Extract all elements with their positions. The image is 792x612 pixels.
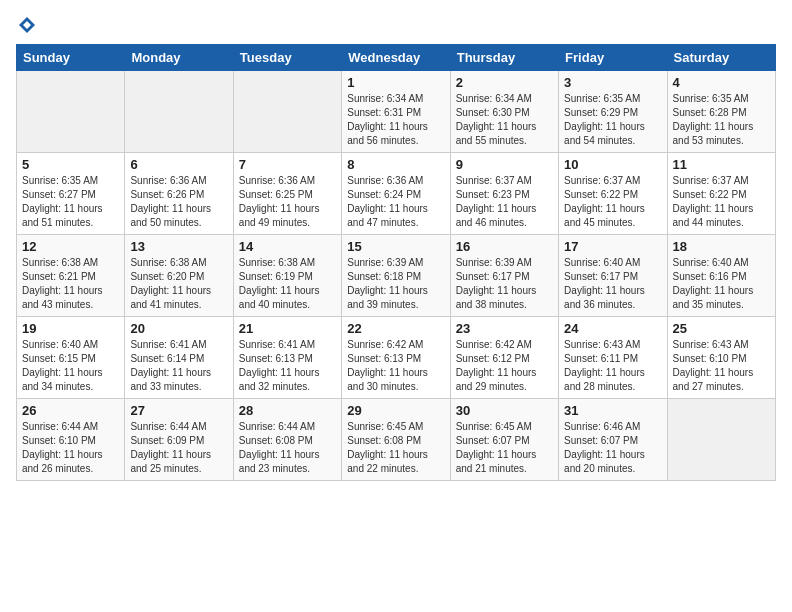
day-number: 27 <box>130 403 227 418</box>
day-info: Sunrise: 6:36 AM Sunset: 6:24 PM Dayligh… <box>347 174 444 230</box>
page-header <box>16 16 776 34</box>
logo-icon <box>18 16 36 34</box>
logo <box>16 16 36 34</box>
day-header-thursday: Thursday <box>450 45 558 71</box>
day-number: 29 <box>347 403 444 418</box>
day-info: Sunrise: 6:43 AM Sunset: 6:10 PM Dayligh… <box>673 338 770 394</box>
day-number: 1 <box>347 75 444 90</box>
calendar-cell <box>125 71 233 153</box>
day-number: 20 <box>130 321 227 336</box>
calendar-cell: 13Sunrise: 6:38 AM Sunset: 6:20 PM Dayli… <box>125 235 233 317</box>
day-info: Sunrise: 6:45 AM Sunset: 6:08 PM Dayligh… <box>347 420 444 476</box>
calendar-cell: 21Sunrise: 6:41 AM Sunset: 6:13 PM Dayli… <box>233 317 341 399</box>
day-info: Sunrise: 6:38 AM Sunset: 6:19 PM Dayligh… <box>239 256 336 312</box>
calendar-cell: 6Sunrise: 6:36 AM Sunset: 6:26 PM Daylig… <box>125 153 233 235</box>
day-number: 31 <box>564 403 661 418</box>
day-info: Sunrise: 6:40 AM Sunset: 6:17 PM Dayligh… <box>564 256 661 312</box>
calendar-cell: 20Sunrise: 6:41 AM Sunset: 6:14 PM Dayli… <box>125 317 233 399</box>
day-number: 25 <box>673 321 770 336</box>
calendar-cell: 15Sunrise: 6:39 AM Sunset: 6:18 PM Dayli… <box>342 235 450 317</box>
day-number: 9 <box>456 157 553 172</box>
day-info: Sunrise: 6:46 AM Sunset: 6:07 PM Dayligh… <box>564 420 661 476</box>
calendar-cell <box>17 71 125 153</box>
calendar-week-row: 1Sunrise: 6:34 AM Sunset: 6:31 PM Daylig… <box>17 71 776 153</box>
day-info: Sunrise: 6:35 AM Sunset: 6:29 PM Dayligh… <box>564 92 661 148</box>
day-info: Sunrise: 6:39 AM Sunset: 6:18 PM Dayligh… <box>347 256 444 312</box>
day-number: 4 <box>673 75 770 90</box>
day-number: 3 <box>564 75 661 90</box>
calendar-cell: 7Sunrise: 6:36 AM Sunset: 6:25 PM Daylig… <box>233 153 341 235</box>
calendar-cell: 26Sunrise: 6:44 AM Sunset: 6:10 PM Dayli… <box>17 399 125 481</box>
calendar-table: SundayMondayTuesdayWednesdayThursdayFrid… <box>16 44 776 481</box>
day-info: Sunrise: 6:35 AM Sunset: 6:27 PM Dayligh… <box>22 174 119 230</box>
day-number: 5 <box>22 157 119 172</box>
day-header-saturday: Saturday <box>667 45 775 71</box>
day-info: Sunrise: 6:44 AM Sunset: 6:08 PM Dayligh… <box>239 420 336 476</box>
day-number: 2 <box>456 75 553 90</box>
day-number: 26 <box>22 403 119 418</box>
day-info: Sunrise: 6:41 AM Sunset: 6:14 PM Dayligh… <box>130 338 227 394</box>
day-number: 22 <box>347 321 444 336</box>
day-info: Sunrise: 6:42 AM Sunset: 6:12 PM Dayligh… <box>456 338 553 394</box>
day-number: 14 <box>239 239 336 254</box>
calendar-week-row: 12Sunrise: 6:38 AM Sunset: 6:21 PM Dayli… <box>17 235 776 317</box>
day-number: 17 <box>564 239 661 254</box>
calendar-cell: 25Sunrise: 6:43 AM Sunset: 6:10 PM Dayli… <box>667 317 775 399</box>
day-info: Sunrise: 6:37 AM Sunset: 6:22 PM Dayligh… <box>564 174 661 230</box>
calendar-cell: 11Sunrise: 6:37 AM Sunset: 6:22 PM Dayli… <box>667 153 775 235</box>
day-info: Sunrise: 6:40 AM Sunset: 6:15 PM Dayligh… <box>22 338 119 394</box>
calendar-cell: 27Sunrise: 6:44 AM Sunset: 6:09 PM Dayli… <box>125 399 233 481</box>
calendar-cell: 10Sunrise: 6:37 AM Sunset: 6:22 PM Dayli… <box>559 153 667 235</box>
calendar-cell: 31Sunrise: 6:46 AM Sunset: 6:07 PM Dayli… <box>559 399 667 481</box>
calendar-cell: 14Sunrise: 6:38 AM Sunset: 6:19 PM Dayli… <box>233 235 341 317</box>
calendar-cell: 22Sunrise: 6:42 AM Sunset: 6:13 PM Dayli… <box>342 317 450 399</box>
calendar-cell: 8Sunrise: 6:36 AM Sunset: 6:24 PM Daylig… <box>342 153 450 235</box>
day-number: 7 <box>239 157 336 172</box>
calendar-header-row: SundayMondayTuesdayWednesdayThursdayFrid… <box>17 45 776 71</box>
calendar-week-row: 26Sunrise: 6:44 AM Sunset: 6:10 PM Dayli… <box>17 399 776 481</box>
day-number: 23 <box>456 321 553 336</box>
day-info: Sunrise: 6:43 AM Sunset: 6:11 PM Dayligh… <box>564 338 661 394</box>
day-number: 13 <box>130 239 227 254</box>
day-info: Sunrise: 6:37 AM Sunset: 6:23 PM Dayligh… <box>456 174 553 230</box>
day-number: 18 <box>673 239 770 254</box>
calendar-cell: 1Sunrise: 6:34 AM Sunset: 6:31 PM Daylig… <box>342 71 450 153</box>
day-info: Sunrise: 6:42 AM Sunset: 6:13 PM Dayligh… <box>347 338 444 394</box>
day-header-sunday: Sunday <box>17 45 125 71</box>
calendar-cell: 9Sunrise: 6:37 AM Sunset: 6:23 PM Daylig… <box>450 153 558 235</box>
calendar-cell: 23Sunrise: 6:42 AM Sunset: 6:12 PM Dayli… <box>450 317 558 399</box>
day-number: 19 <box>22 321 119 336</box>
day-number: 11 <box>673 157 770 172</box>
calendar-cell: 18Sunrise: 6:40 AM Sunset: 6:16 PM Dayli… <box>667 235 775 317</box>
calendar-week-row: 19Sunrise: 6:40 AM Sunset: 6:15 PM Dayli… <box>17 317 776 399</box>
day-info: Sunrise: 6:39 AM Sunset: 6:17 PM Dayligh… <box>456 256 553 312</box>
day-number: 6 <box>130 157 227 172</box>
day-header-wednesday: Wednesday <box>342 45 450 71</box>
day-number: 10 <box>564 157 661 172</box>
day-info: Sunrise: 6:36 AM Sunset: 6:26 PM Dayligh… <box>130 174 227 230</box>
calendar-cell: 12Sunrise: 6:38 AM Sunset: 6:21 PM Dayli… <box>17 235 125 317</box>
calendar-cell: 19Sunrise: 6:40 AM Sunset: 6:15 PM Dayli… <box>17 317 125 399</box>
day-info: Sunrise: 6:44 AM Sunset: 6:09 PM Dayligh… <box>130 420 227 476</box>
calendar-cell: 3Sunrise: 6:35 AM Sunset: 6:29 PM Daylig… <box>559 71 667 153</box>
calendar-cell: 30Sunrise: 6:45 AM Sunset: 6:07 PM Dayli… <box>450 399 558 481</box>
day-number: 28 <box>239 403 336 418</box>
day-info: Sunrise: 6:40 AM Sunset: 6:16 PM Dayligh… <box>673 256 770 312</box>
day-number: 12 <box>22 239 119 254</box>
day-header-friday: Friday <box>559 45 667 71</box>
calendar-cell: 29Sunrise: 6:45 AM Sunset: 6:08 PM Dayli… <box>342 399 450 481</box>
day-header-monday: Monday <box>125 45 233 71</box>
calendar-cell <box>667 399 775 481</box>
day-number: 15 <box>347 239 444 254</box>
calendar-cell: 16Sunrise: 6:39 AM Sunset: 6:17 PM Dayli… <box>450 235 558 317</box>
day-info: Sunrise: 6:45 AM Sunset: 6:07 PM Dayligh… <box>456 420 553 476</box>
calendar-cell: 4Sunrise: 6:35 AM Sunset: 6:28 PM Daylig… <box>667 71 775 153</box>
day-info: Sunrise: 6:38 AM Sunset: 6:20 PM Dayligh… <box>130 256 227 312</box>
calendar-cell <box>233 71 341 153</box>
day-number: 30 <box>456 403 553 418</box>
day-info: Sunrise: 6:36 AM Sunset: 6:25 PM Dayligh… <box>239 174 336 230</box>
day-info: Sunrise: 6:34 AM Sunset: 6:31 PM Dayligh… <box>347 92 444 148</box>
day-info: Sunrise: 6:44 AM Sunset: 6:10 PM Dayligh… <box>22 420 119 476</box>
day-number: 24 <box>564 321 661 336</box>
day-info: Sunrise: 6:37 AM Sunset: 6:22 PM Dayligh… <box>673 174 770 230</box>
